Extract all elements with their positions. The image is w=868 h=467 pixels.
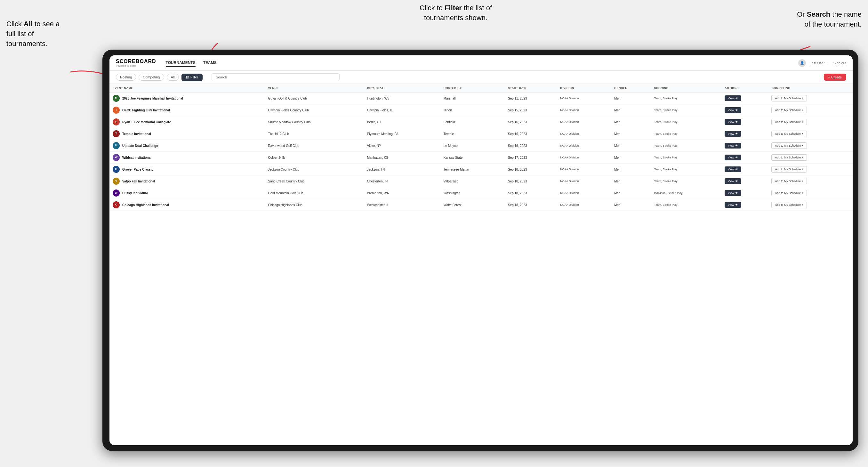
col-scoring: SCORING (651, 84, 721, 93)
tab-all[interactable]: All (167, 73, 179, 81)
cell-event-name: M 2023 Joe Feaganes Marshall Invitationa… (110, 93, 265, 104)
add-schedule-button[interactable]: Add to My Schedule + (771, 178, 807, 184)
view-button[interactable]: View 👁 (724, 155, 741, 160)
create-button[interactable]: + Create (824, 73, 846, 81)
cell-scoring: Team, Stroke Play (651, 163, 721, 176)
cell-city-state: Olympia Fields, IL (364, 104, 440, 116)
view-button[interactable]: View 👁 (724, 131, 741, 137)
add-schedule-button[interactable]: Add to My Schedule + (771, 154, 807, 161)
team-logo: V (113, 178, 120, 185)
cell-hosted-by: Valparaiso (440, 176, 505, 187)
cell-competing: Add to My Schedule + (768, 199, 852, 211)
view-button[interactable]: View 👁 (724, 119, 741, 125)
add-schedule-button[interactable]: Add to My Schedule + (771, 143, 807, 149)
table-row: W Wildcat Invitational Colbert Hills Man… (110, 152, 852, 163)
nav-links: TOURNAMENTS TEAMS (166, 59, 799, 67)
cell-start-date: Sep 17, 2023 (505, 152, 557, 163)
cell-actions: View 👁 (721, 176, 768, 187)
cell-city-state: Huntington, WV (364, 93, 440, 104)
filter-button[interactable]: ⊟ Filter (182, 73, 203, 81)
add-schedule-button[interactable]: Add to My Schedule + (771, 166, 807, 173)
cell-event-name: C Chicago Highlands Invitational (110, 199, 265, 211)
team-logo: F (113, 118, 120, 125)
tab-competing[interactable]: Competing (138, 73, 164, 81)
col-start-date: START DATE (505, 84, 557, 93)
table-row: C Chicago Highlands Invitational Chicago… (110, 199, 852, 211)
annotation-top-center: Click to Filter the list of tournaments … (401, 3, 510, 23)
view-button[interactable]: View 👁 (724, 178, 741, 184)
cell-event-name: T Temple Invitational (110, 128, 265, 140)
view-button[interactable]: View 👁 (724, 190, 741, 196)
logo-text: SCOREBOARD (116, 59, 156, 64)
add-schedule-button[interactable]: Add to My Schedule + (771, 190, 807, 196)
nav-link-tournaments[interactable]: TOURNAMENTS (166, 59, 195, 67)
cell-competing: Add to My Schedule + (768, 176, 852, 187)
cell-start-date: Sep 15, 2023 (505, 104, 557, 116)
search-input[interactable] (212, 73, 340, 81)
cell-competing: Add to My Schedule + (768, 187, 852, 199)
cell-venue: Chicago Highlands Club (265, 199, 364, 211)
table-row: T Temple Invitational The 1912 Club Plym… (110, 128, 852, 140)
cell-hosted-by: Fairfield (440, 116, 505, 128)
search-box (212, 73, 814, 81)
cell-scoring: Team, Stroke Play (651, 104, 721, 116)
view-button[interactable]: View 👁 (724, 107, 741, 113)
add-schedule-button[interactable]: Add to My Schedule + (771, 131, 807, 137)
cell-city-state: Westchester, IL (364, 199, 440, 211)
view-button[interactable]: View 👁 (724, 143, 741, 149)
view-button[interactable]: View 👁 (724, 202, 741, 208)
cell-city-state: Manhattan, KS (364, 152, 440, 163)
add-schedule-button[interactable]: Add to My Schedule + (771, 107, 807, 113)
cell-venue: Sand Creek Country Club (265, 176, 364, 187)
cell-division: NCAA Division I (557, 176, 611, 187)
cell-venue: Olympia Fields Country Club (265, 104, 364, 116)
team-logo: T (113, 130, 120, 137)
add-schedule-button[interactable]: Add to My Schedule + (771, 201, 807, 208)
cell-venue: Gold Mountain Golf Club (265, 187, 364, 199)
team-logo: C (113, 201, 120, 208)
cell-start-date: Sep 16, 2023 (505, 116, 557, 128)
team-logo: W (113, 189, 120, 196)
col-actions: ACTIONS (721, 84, 768, 93)
cell-scoring: Team, Stroke Play (651, 93, 721, 104)
eye-icon: 👁 (735, 156, 738, 159)
cell-actions: View 👁 (721, 104, 768, 116)
filter-bar: Hosting Competing All ⊟ Filter + Create (110, 71, 852, 84)
cell-scoring: Team, Stroke Play (651, 128, 721, 140)
cell-gender: Men (611, 152, 651, 163)
logo-sub: Powered by clippi (116, 64, 156, 67)
cell-event-name: G Grover Page Classic (110, 163, 265, 176)
cell-hosted-by: Le Moyne (440, 140, 505, 152)
view-button[interactable]: View 👁 (724, 95, 741, 101)
team-logo: G (113, 166, 120, 173)
cell-competing: Add to My Schedule + (768, 140, 852, 152)
cell-hosted-by: Kansas State (440, 152, 505, 163)
add-schedule-button[interactable]: Add to My Schedule + (771, 119, 807, 125)
col-competing: COMPETING (768, 84, 852, 93)
annotation-top-right: Or Search the name of the tournament. (791, 9, 862, 29)
col-division: DIVISION (557, 84, 611, 93)
nav-link-teams[interactable]: TEAMS (203, 59, 217, 67)
user-name: Test User (810, 61, 825, 65)
signout-link[interactable]: Sign out (833, 61, 846, 65)
logo-area: SCOREBOARD Powered by clippi (116, 59, 156, 67)
cell-gender: Men (611, 187, 651, 199)
tablet-frame: SCOREBOARD Powered by clippi TOURNAMENTS… (102, 50, 859, 451)
cell-scoring: Team, Stroke Play (651, 152, 721, 163)
table-row: M 2023 Joe Feaganes Marshall Invitationa… (110, 93, 852, 104)
cell-start-date: Sep 11, 2023 (505, 93, 557, 104)
table-row: F Ryan T. Lee Memorial Collegiate Shuttl… (110, 116, 852, 128)
cell-competing: Add to My Schedule + (768, 128, 852, 140)
cell-division: NCAA Division I (557, 187, 611, 199)
tab-hosting[interactable]: Hosting (116, 73, 136, 81)
add-schedule-button[interactable]: Add to My Schedule + (771, 95, 807, 101)
divider: | (829, 61, 830, 65)
cell-gender: Men (611, 93, 651, 104)
event-name-text: Temple Invitational (122, 132, 151, 136)
cell-start-date: Sep 18, 2023 (505, 187, 557, 199)
table-row: U Upstate Dual Challenge Ravenwood Golf … (110, 140, 852, 152)
view-button[interactable]: View 👁 (724, 166, 741, 172)
cell-gender: Men (611, 116, 651, 128)
cell-gender: Men (611, 140, 651, 152)
cell-hosted-by: Washington (440, 187, 505, 199)
